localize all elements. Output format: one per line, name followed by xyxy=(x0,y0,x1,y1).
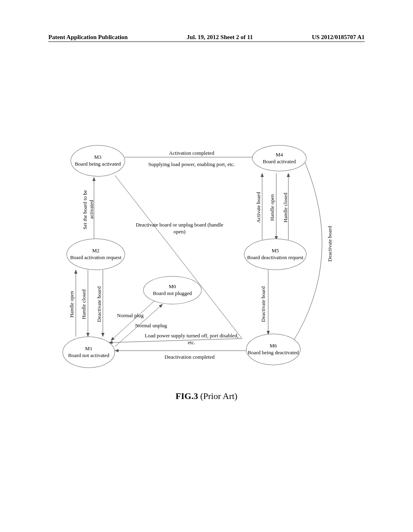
label-deactivate-diag: Deactivate board or unplug board (handle… xyxy=(133,222,226,235)
label-activate-board: Activate board xyxy=(255,183,262,232)
figure-label: FIG.3 xyxy=(175,391,198,401)
state-m0: M0 Board not plugged xyxy=(143,276,202,304)
state-id: M5 xyxy=(271,247,279,254)
label-handle-open-left: Handle open xyxy=(69,280,75,328)
label-handle-closed-left: Handle closed xyxy=(81,280,87,328)
label-handle-closed-right: Handle closed xyxy=(282,183,289,232)
header-center: Jul. 19, 2012 Sheet 2 of 11 xyxy=(187,34,253,41)
state-diagram: M3 Board being activated M4 Board activa… xyxy=(63,145,353,387)
header-right: US 2012/0185707 A1 xyxy=(312,34,365,41)
state-text: Board activation request xyxy=(70,254,121,261)
state-text: Board activated xyxy=(263,158,296,165)
state-m2: M2 Board activation request xyxy=(67,239,125,270)
state-text: Board not activated xyxy=(68,352,109,359)
state-id: M2 xyxy=(92,247,99,254)
state-id: M1 xyxy=(85,345,92,352)
figure-caption: FIG.3 (Prior Art) xyxy=(0,391,413,401)
label-normal-unplug: Normal unplug xyxy=(135,322,167,329)
state-m4: M4 Board activated xyxy=(252,145,307,171)
figure-note: (Prior Art) xyxy=(200,391,237,401)
label-deactivate-left: Deactivate board xyxy=(96,280,102,328)
state-text: Board deactivation request xyxy=(247,254,303,261)
label-load-power-off: Load power supply turned off, port disab… xyxy=(141,332,242,346)
state-m5: M5 Board deactivation request xyxy=(244,239,307,270)
label-set-board-activated: Set the board to be activated xyxy=(82,183,95,236)
label-activation-completed: Activation completed xyxy=(151,150,232,157)
label-deactivate-m5m6: Deactivate board xyxy=(260,280,267,328)
state-m6: M6 Board being deactivated xyxy=(246,334,300,365)
state-id: M0 xyxy=(169,283,176,290)
label-handle-open-right: Handle open xyxy=(269,183,275,232)
state-text: Board being activated xyxy=(75,161,121,168)
page-header: Patent Application Publication Jul. 19, … xyxy=(48,34,365,42)
state-id: M3 xyxy=(94,154,101,161)
state-m1: M1 Board not activated xyxy=(63,337,115,368)
state-id: M4 xyxy=(275,152,283,158)
state-m3: M3 Board being activated xyxy=(71,145,125,177)
label-deactivate-m4m6: Deactivate board xyxy=(327,216,333,272)
label-deactivation-completed: Deactivation completed xyxy=(149,354,230,361)
header-left: Patent Application Publication xyxy=(48,34,128,41)
state-text: Board not plugged xyxy=(153,290,192,297)
state-text: Board being deactivated xyxy=(248,349,298,356)
state-id: M6 xyxy=(269,343,277,349)
label-supply-load: Supplying load power, enabling port, etc… xyxy=(131,161,252,168)
label-normal-plug: Normal plug xyxy=(117,312,144,319)
